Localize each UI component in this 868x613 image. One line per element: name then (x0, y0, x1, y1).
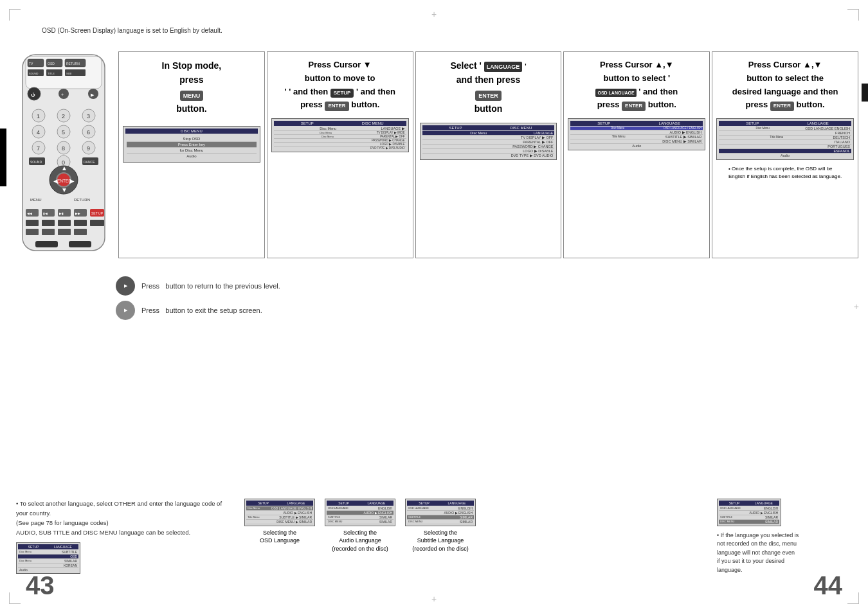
bottom-right-note: • If the language you selected is not re… (717, 531, 858, 575)
svg-text:+: + (61, 93, 64, 97)
svg-text:9: 9 (87, 145, 90, 152)
bottom-screen-subtitle: SETUP LANGUAGE OSD LANGUAGEENGLISH AUDIO… (405, 499, 476, 553)
bottom-right-screen: SETUP LANGUAGE OSD LANGUAGEENGLISH AUDIO… (717, 499, 781, 526)
svg-rect-74 (69, 241, 91, 247)
step-1: In Stop mode, press MENU button. DISC ME… (118, 51, 265, 258)
svg-text:ENTER: ENTER (57, 179, 71, 183)
left-tab (0, 129, 6, 186)
svg-text:MENU: MENU (30, 198, 42, 202)
step4-osd-label: OSD LANGUAGE (595, 89, 636, 97)
screen1: DISC MENU Stop OSD Press Enter key for D… (123, 126, 260, 163)
screen3: SETUP DISC MENU Disc MenuLANGUAGE TV DIS… (420, 123, 557, 160)
remote-control-svg: TV OSD RETURN SOUND TITLE SUB ⏻ + ▶ (16, 51, 111, 257)
page-container: + + + OSD (On-Screen Display) language i… (0, 0, 868, 613)
corner-bl-v (9, 592, 10, 604)
svg-text:▶▮: ▶▮ (59, 211, 64, 215)
step1-instruction: In Stop mode, press MENU button. (162, 58, 222, 116)
press-buttons-area: ▶ Press button to return to the previous… (116, 276, 849, 320)
svg-text:SOUND: SOUND (29, 72, 39, 75)
bottom-small-screen: SETUP LANGUAGE Disc MenuSUBTITLE OSD Dis… (16, 542, 80, 574)
svg-text:▲: ▲ (61, 164, 68, 172)
setup-button-circle: ▶ (116, 301, 135, 320)
right-tab (862, 84, 868, 102)
corner-br-v (858, 592, 859, 604)
svg-text:RETURN: RETURN (66, 62, 80, 66)
screen2: SETUP DISC MENU Disc MenuLANGUAGE ▶ Disc… (271, 118, 409, 152)
svg-text:TITLE: TITLE (48, 72, 55, 75)
svg-rect-73 (35, 241, 58, 247)
upper-area: TV OSD RETURN SOUND TITLE SUB ⏻ + ▶ (16, 51, 858, 258)
return-button-circle: ▶ (116, 276, 135, 296)
bottom-left: • To select another language, select OTH… (16, 499, 235, 574)
page-num-left: 43 (26, 571, 55, 600)
svg-text:7: 7 (37, 145, 40, 152)
corner-bl-h (9, 603, 21, 604)
step-5: Press Cursor ▲,▼ button to select the de… (712, 51, 858, 258)
press-setup-text: Press button to exit the setup screen. (141, 306, 262, 314)
step4-enter-btn: ENTER (622, 102, 646, 111)
svg-text:SET UP: SET UP (91, 211, 104, 215)
svg-text:SUB: SUB (66, 72, 72, 75)
step-4: Press Cursor ▲,▼ button to select ' OSD … (563, 51, 710, 258)
crosshair-bottom: + (431, 594, 437, 604)
corner-tl-v (9, 9, 10, 21)
svg-text:SOUND: SOUND (30, 160, 42, 164)
svg-text:DANCE: DANCE (84, 160, 95, 164)
svg-text:RETURN: RETURN (74, 198, 90, 202)
step5-enter-btn: ENTER (770, 102, 794, 111)
svg-text:◀◀: ◀◀ (27, 211, 32, 215)
step3-enter-btn: ENTER (475, 91, 502, 101)
step-2: Press Cursor ▼ button to move to ' ' and… (267, 51, 413, 258)
svg-rect-71 (58, 229, 71, 235)
svg-text:5: 5 (62, 129, 65, 136)
screen5: SETUP LANGUAGE Disc MenuOSD LANGUAGE ENG… (716, 118, 854, 160)
svg-text:2: 2 (62, 113, 65, 120)
bottom-screens-row: SETUP LANGUAGE Disc MenuOSD LANGUAGE ENG… (244, 499, 707, 553)
crosshair-right: + (854, 301, 859, 312)
step-3: Select ' LANGUAGE ' and then press ENTER… (415, 51, 562, 258)
step1-menu-btn: MENU (180, 91, 204, 101)
svg-rect-69 (26, 229, 39, 235)
step5-note: • Once the setup is complete, the OSD wi… (728, 165, 842, 181)
step2-instruction: Press Cursor ▼ button to move to ' ' and… (285, 58, 395, 112)
step2-enter-btn: ENTER (325, 102, 348, 111)
step3-lang-label: LANGUAGE (484, 62, 523, 72)
press-setup-row: ▶ Press button to exit the setup screen. (116, 301, 849, 320)
bottom-area: • To select another language, select OTH… (16, 499, 858, 575)
step3-instruction: Select ' LANGUAGE ' and then press ENTER… (450, 58, 526, 116)
svg-rect-67 (74, 220, 87, 226)
press-return-row: ▶ Press button to return to the previous… (116, 276, 849, 296)
subtitle-caption: Selecting the Subtitle Language (recorde… (412, 529, 469, 553)
svg-text:TV: TV (29, 62, 33, 66)
svg-rect-65 (42, 220, 55, 226)
svg-text:▶▶: ▶▶ (75, 211, 80, 215)
remote-section: TV OSD RETURN SOUND TITLE SUB ⏻ + ▶ (16, 51, 116, 258)
svg-text:3: 3 (87, 113, 90, 120)
svg-rect-64 (26, 220, 39, 226)
osd-screen: SETUP LANGUAGE Disc MenuOSD LANGUAGE ENG… (244, 499, 315, 526)
audio-screen: SETUP LANGUAGE OSD LANGUAGEENGLISH AUDIO… (325, 499, 395, 526)
svg-text:▮◀: ▮◀ (43, 211, 48, 215)
svg-rect-70 (42, 229, 55, 235)
step5-instruction: Press Cursor ▲,▼ button to select the de… (732, 58, 838, 112)
press-return-text: Press button to return to the previous l… (141, 282, 280, 290)
steps-wrapper: In Stop mode, press MENU button. DISC ME… (118, 51, 858, 258)
svg-text:OSD: OSD (48, 62, 55, 66)
corner-tr-h (847, 9, 859, 10)
svg-text:6: 6 (87, 129, 90, 136)
page-num-right: 44 (814, 571, 843, 600)
bottom-screen-audio: SETUP LANGUAGE OSD LANGUAGEENGLISH AUDIO… (325, 499, 395, 553)
step2-setup-label: SETUP (330, 89, 354, 98)
svg-rect-68 (90, 220, 104, 226)
corner-tl-h (9, 9, 21, 10)
header-note: OSD (On-Screen Display) language is set … (42, 27, 222, 34)
corner-br-h (847, 603, 859, 604)
step4-instruction: Press Cursor ▲,▼ button to select ' OSD … (595, 58, 678, 112)
bottom-right: SETUP LANGUAGE OSD LANGUAGEENGLISH AUDIO… (717, 499, 858, 575)
subtitle-screen: SETUP LANGUAGE OSD LANGUAGEENGLISH AUDIO… (405, 499, 476, 526)
svg-text:4: 4 (37, 129, 40, 136)
bottom-screen-osd: SETUP LANGUAGE Disc MenuOSD LANGUAGE ENG… (244, 499, 315, 545)
crosshair-top: + (431, 9, 437, 19)
corner-tr-v (858, 9, 859, 21)
svg-text:▼: ▼ (61, 186, 68, 193)
